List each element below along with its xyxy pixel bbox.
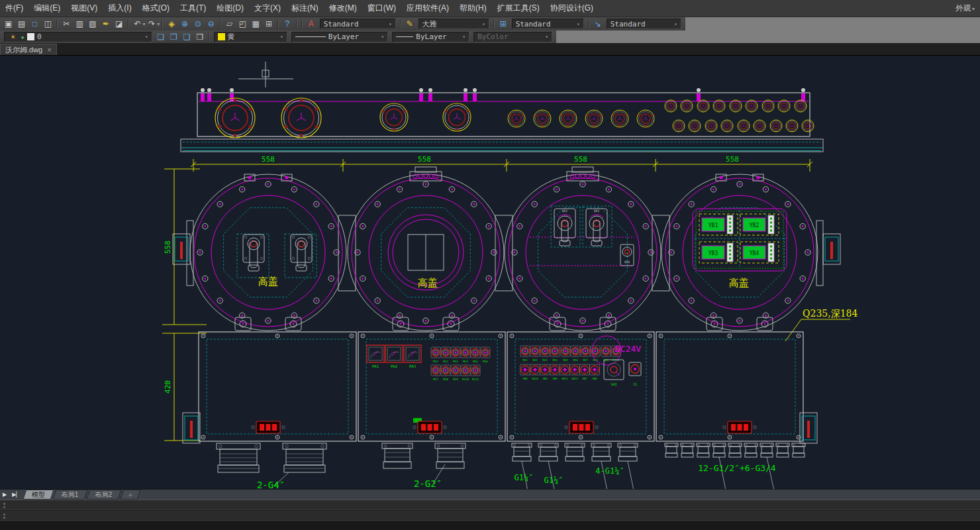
lineweight-select[interactable]: ByLayer ▾ [392, 32, 469, 42]
menu-express-tools[interactable]: 扩展工具(S) [492, 0, 545, 17]
tab-layout2[interactable]: 布局2 [87, 490, 121, 500]
dim-style-select[interactable]: 大雅▾ [418, 19, 489, 29]
menu-text[interactable]: 文字(X) [249, 0, 286, 17]
print-icon[interactable]: ▤ [16, 19, 28, 29]
zoom-realtime-icon[interactable]: ⊙ [192, 19, 204, 29]
switch-qf4-label[interactable]: QF4 [624, 260, 630, 264]
redo-dropdown-icon[interactable]: ▾ [157, 21, 160, 27]
relay-yb3[interactable]: YB3 [702, 243, 733, 262]
dim-left-box-height[interactable]: 420 [164, 380, 172, 394]
menu-modify[interactable]: 修改(M) [324, 0, 362, 17]
tab-model[interactable]: 模型 [23, 490, 54, 500]
appearance-menu[interactable]: 外观 ▾ [956, 3, 975, 14]
layer-select[interactable]: ☀ ✦ 0 ▾ [4, 32, 152, 42]
menu-window[interactable]: 窗口(W) [362, 0, 401, 17]
menu-edit[interactable]: 编辑(E) [28, 0, 66, 17]
cover1-label[interactable]: 高盖 [258, 276, 278, 288]
zoom-window-icon[interactable]: ⊕ [179, 19, 191, 29]
copy-icon[interactable]: ▥ [74, 19, 85, 29]
color-select[interactable]: 黄 ▾ [214, 32, 287, 42]
nav-last-icon[interactable]: ▶▏ [9, 492, 23, 498]
relay-yb2[interactable]: YB2 [743, 215, 774, 234]
redo-icon[interactable]: ↷ [146, 19, 158, 29]
gland-label-g114-b[interactable]: G1¼″ [544, 476, 564, 485]
box2-connectors[interactable]: M11 M12 M13 M14 M15 M16 M17 M18 M19 M110… [431, 347, 490, 381]
switch-qf4[interactable]: QF4 [620, 244, 634, 266]
text-style-icon[interactable]: A [305, 19, 317, 29]
top-view[interactable] [181, 62, 823, 152]
menu-draw[interactable]: 绘图(D) [211, 0, 249, 17]
mleader-style-icon[interactable]: ↘ [592, 19, 604, 29]
led-display-4[interactable] [723, 421, 756, 433]
led-display-3[interactable] [565, 421, 598, 433]
top-cable-glands[interactable] [201, 88, 805, 101]
menu-tools[interactable]: 工具(T) [175, 0, 211, 17]
layer-on-icon[interactable]: ☀ [9, 32, 17, 42]
new-doc-icon[interactable]: □ [29, 19, 41, 29]
cover2-label[interactable]: 高盖 [418, 277, 438, 289]
layer-lock-icon[interactable]: ✦ [19, 32, 26, 42]
layer-previous-icon[interactable]: ❐ [168, 32, 179, 42]
table-style-icon[interactable]: ⊞ [497, 19, 509, 29]
menu-apps[interactable]: 应用软件(A) [401, 0, 454, 17]
menu-dimension[interactable]: 标注(N) [286, 0, 324, 17]
relay-yb1[interactable]: YB1 [702, 215, 733, 234]
linetype-select[interactable]: ByLayer ▾ [291, 32, 389, 42]
relay-yb4[interactable]: YB4 [743, 243, 774, 262]
cover-4[interactable]: YB1 YB2 YB3 YB4 高盖 [662, 174, 818, 331]
layer-isolate-icon[interactable]: ❑ [181, 32, 193, 42]
document-tab[interactable]: 沃尔姆.dwg × [0, 44, 57, 55]
junction-boxes[interactable]: PA1 PA2 PA3 M11 M12 M13 M14 M15 M16 M17 … [183, 332, 817, 443]
image-icon[interactable]: ▦ [250, 19, 262, 29]
help-icon[interactable]: ? [281, 19, 293, 29]
undo-icon[interactable]: ↶ [132, 19, 144, 29]
mount-bracket-top-right[interactable] [823, 234, 840, 264]
menu-format[interactable]: 格式(O) [137, 0, 175, 17]
connector-j1[interactable] [629, 362, 641, 376]
save-icon[interactable]: ▣ [3, 19, 15, 29]
bottom-glands[interactable]: 2-G4″ 2-G2″ G1¼″ G1¼″ 4-G1¼″ 12-G1/2″+6-… [217, 443, 805, 489]
led-display-2[interactable] [413, 421, 446, 433]
menu-file[interactable]: 件(F) [0, 0, 28, 17]
paste-icon[interactable]: ▨ [87, 19, 99, 29]
gland-label-12-g12[interactable]: 12-G1/2″+6-G3/4 [698, 463, 776, 473]
close-icon[interactable]: × [47, 46, 51, 54]
gland-label-g114-a[interactable]: G1¼″ [514, 473, 534, 482]
format-painter-icon[interactable]: ✒ [100, 19, 112, 29]
dim-style-icon[interactable]: ✎ [404, 19, 416, 29]
sheet-set-icon[interactable]: ▱ [224, 19, 236, 29]
led-display-1[interactable] [252, 421, 285, 433]
mount-bracket-bottom-right[interactable] [800, 413, 817, 443]
match-properties-icon[interactable]: ◪ [113, 19, 125, 29]
cover-1[interactable]: 高盖 [190, 174, 346, 331]
block-icon[interactable]: ◰ [236, 19, 248, 29]
gland-label-2-g2[interactable]: 2-G2″ [414, 478, 442, 489]
dim-top-3[interactable]: 558 [574, 155, 587, 164]
layer-manager-icon[interactable]: ❏ [155, 32, 167, 42]
table-icon[interactable]: ⊞ [263, 19, 275, 29]
front-view[interactable]: 高盖 高盖 QF2 QF3 QF4 [173, 167, 858, 341]
menu-collaborate[interactable]: 协同设计(G) [545, 0, 599, 17]
material-note[interactable]: Q235,深184 [785, 308, 858, 341]
box2-meters[interactable]: PA1 PA2 PA3 [367, 345, 421, 368]
command-input-row[interactable] [0, 511, 980, 521]
tab-layout1[interactable]: 布局1 [53, 490, 87, 500]
preview-icon[interactable]: ◫ [42, 19, 54, 29]
switch-qf2-label[interactable]: QF2 [562, 209, 567, 213]
menu-insert[interactable]: 插入(I) [103, 0, 136, 17]
new-layout-button[interactable]: ＋ [120, 490, 140, 500]
switch-qf3-label[interactable]: QF3 [594, 209, 599, 213]
menu-help[interactable]: 帮助(H) [454, 0, 492, 17]
text-style-select[interactable]: Standard▾ [320, 19, 396, 29]
cover-2[interactable]: 高盖 [348, 167, 504, 331]
gland-label-2-g4[interactable]: 2-G4″ [257, 480, 285, 489]
menu-view[interactable]: 视图(V) [66, 0, 103, 17]
drawing-canvas[interactable]: 558 558 558 558 558 420 高盖 高盖 [0, 56, 980, 489]
dim-top-4[interactable]: 558 [726, 155, 739, 164]
dc24v-label[interactable]: DC24V [615, 344, 641, 354]
dim-left-height[interactable]: 558 [164, 240, 172, 254]
gland-label-4-g114[interactable]: 4-G1¼″ [595, 466, 624, 476]
material-note-text[interactable]: Q235,深184 [803, 308, 858, 319]
layer-new-icon[interactable]: ❒ [194, 32, 206, 42]
zoom-out-icon[interactable]: ⊖ [205, 19, 217, 29]
